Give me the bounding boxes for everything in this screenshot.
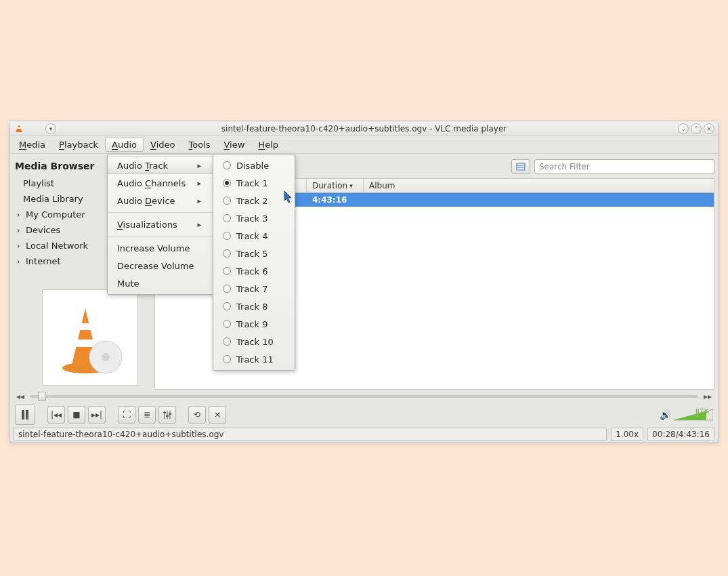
playlist-button[interactable]: ≣ [138, 406, 156, 424]
menu-help[interactable]: Help [251, 138, 285, 152]
track-menu-track-8[interactable]: Track 8 [213, 297, 295, 315]
titlebar: ▾ sintel-feature-theora10-c420+audio+sub… [9, 121, 719, 136]
menu-view[interactable]: View [217, 138, 252, 152]
seekbar: ◂◂ ▸▸ [9, 390, 719, 403]
seek-thumb[interactable] [38, 392, 46, 401]
maximize-button[interactable]: ⌃ [691, 123, 702, 134]
audio-menu-audio-track[interactable]: Audio Track▸ [108, 157, 213, 174]
col-duration[interactable]: Duration▾ [307, 179, 364, 192]
svg-point-4 [102, 353, 110, 361]
track-menu-track-1[interactable]: Track 1 [213, 174, 295, 192]
svg-rect-13 [163, 412, 166, 413]
menu-media[interactable]: Media [12, 138, 52, 152]
search-input[interactable]: Search Filter [534, 159, 714, 174]
audio-menu-audio-channels[interactable]: Audio Channels▸ [108, 174, 213, 192]
vlc-cone-icon [14, 123, 24, 134]
svg-rect-2 [74, 340, 96, 347]
track-menu-track-2[interactable]: Track 2 [213, 192, 295, 209]
volume-percent: 87% [695, 408, 709, 415]
seek-back-icon[interactable]: ◂◂ [16, 392, 24, 401]
menu-video[interactable]: Video [144, 138, 181, 152]
audio-menu-audio-device[interactable]: Audio Device▸ [108, 192, 213, 209]
pause-button[interactable] [15, 405, 35, 425]
track-menu-track-4[interactable]: Track 4 [213, 227, 295, 245]
track-menu-track-5[interactable]: Track 5 [213, 245, 295, 262]
prev-button[interactable]: |◂◂ [47, 406, 65, 424]
svg-rect-15 [169, 413, 171, 415]
seek-fwd-icon[interactable]: ▸▸ [704, 392, 712, 401]
audio-menu: Audio Track▸Audio Channels▸Audio Device▸… [107, 154, 214, 295]
svg-rect-1 [77, 323, 93, 330]
track-menu-track-7[interactable]: Track 7 [213, 280, 295, 297]
minimize-button[interactable]: ⌄ [678, 123, 689, 134]
audio-menu-increase-volume[interactable]: Increase Volume [108, 239, 213, 257]
status-filename: sintel-feature-theora10-c420+audio+subti… [14, 428, 607, 441]
seek-track[interactable] [30, 395, 698, 398]
col-album[interactable]: Album [364, 179, 714, 192]
fullscreen-button[interactable]: ⛶ [118, 406, 135, 424]
track-menu-track-11[interactable]: Track 11 [213, 350, 295, 368]
menu-audio[interactable]: Audio [105, 138, 144, 152]
window-menu-button[interactable]: ▾ [45, 123, 56, 134]
svg-rect-5 [517, 163, 525, 170]
track-menu-disable[interactable]: Disable [213, 157, 295, 174]
status-speed[interactable]: 1.00x [611, 428, 643, 441]
volume-slider[interactable]: 87% [674, 408, 713, 421]
cursor-icon [284, 190, 293, 204]
track-menu-track-3[interactable]: Track 3 [213, 209, 295, 227]
album-art [42, 289, 138, 386]
audio-menu-mute[interactable]: Mute [108, 274, 213, 292]
track-menu-track-6[interactable]: Track 6 [213, 262, 295, 280]
track-menu-track-10[interactable]: Track 10 [213, 333, 295, 350]
stop-button[interactable]: ■ [68, 406, 85, 424]
next-button[interactable]: ▸▸| [88, 406, 106, 424]
menubar: MediaPlaybackAudioVideoToolsViewHelp [9, 136, 719, 154]
svg-rect-14 [166, 415, 169, 417]
equalizer-button[interactable] [158, 406, 176, 424]
vlc-cone-art-icon [53, 300, 127, 375]
close-button[interactable]: × [704, 123, 714, 134]
audio-track-submenu: DisableTrack 1Track 2Track 3Track 4Track… [213, 154, 295, 371]
view-mode-button[interactable] [511, 159, 530, 174]
menu-tools[interactable]: Tools [181, 138, 217, 152]
status-time[interactable]: 00:28/4:43:16 [647, 428, 714, 441]
shuffle-button[interactable]: ⤨ [209, 406, 226, 424]
menu-playback[interactable]: Playback [52, 138, 105, 152]
content-area: Media Browser PlaylistMedia LibraryMy Co… [9, 154, 719, 390]
transport-controls: |◂◂ ■ ▸▸| ⛶ ≣ ⟲ ⤨ 🔊 87% [9, 403, 719, 426]
svg-rect-8 [22, 410, 24, 419]
track-menu-track-9[interactable]: Track 9 [213, 315, 295, 333]
speaker-icon[interactable]: 🔊 [660, 409, 671, 420]
loop-button[interactable]: ⟲ [188, 406, 206, 424]
audio-menu-visualizations[interactable]: Visualizations▸ [108, 215, 213, 233]
vlc-window: ▾ sintel-feature-theora10-c420+audio+sub… [9, 121, 719, 443]
audio-menu-decrease-volume[interactable]: Decrease Volume [108, 257, 213, 274]
svg-rect-9 [26, 410, 28, 419]
window-title: sintel-feature-theora10-c420+audio+subti… [9, 124, 719, 133]
statusbar: sintel-feature-theora10-c420+audio+subti… [9, 426, 719, 443]
